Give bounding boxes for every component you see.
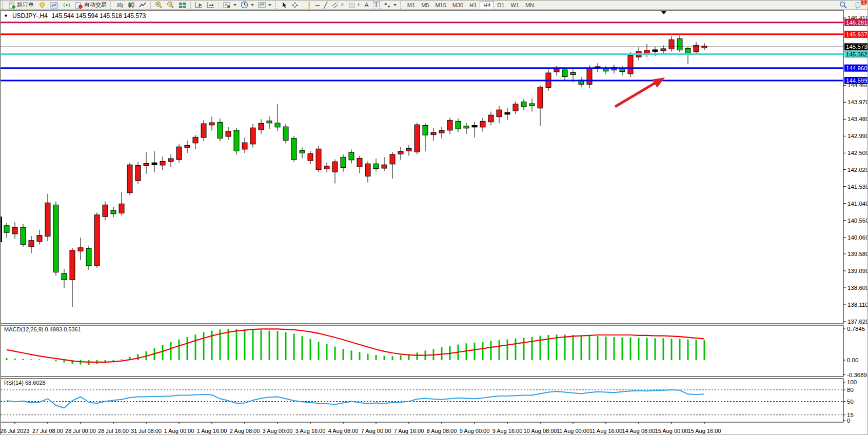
svg-text:11 Aug 00:00: 11 Aug 00:00 [557, 428, 589, 434]
svg-text:100: 100 [847, 379, 857, 385]
notifications-button[interactable]: 1 [852, 1, 864, 9]
zoom-in-button[interactable] [153, 1, 165, 9]
chart-canvas[interactable]: 146.410144.460143.970143.480142.990142.5… [1, 10, 868, 435]
search-button[interactable] [837, 1, 849, 9]
chevron-down-icon [251, 4, 254, 6]
new-order-label: 新订单 [17, 1, 34, 9]
timeframe-button-m5[interactable]: M5 [418, 1, 432, 9]
bar-chart-icon [116, 2, 124, 9]
timeframe-toolbar: M1M5M15M30H1H4D1W1MN [404, 1, 537, 9]
svg-text:140.550: 140.550 [847, 218, 868, 224]
svg-text:2 Aug 08:00: 2 Aug 08:00 [230, 428, 260, 434]
signals-button[interactable] [61, 1, 73, 9]
channel-button[interactable]: E [329, 1, 346, 9]
indicators-button[interactable] [221, 1, 239, 9]
chart-shift-button[interactable] [205, 1, 216, 9]
zoom-out-icon [167, 1, 174, 9]
svg-text:15 Aug 16:00: 15 Aug 16:00 [688, 428, 721, 434]
candlestick-icon [128, 2, 135, 9]
auto-scroll-icon [195, 2, 203, 9]
svg-text:26 Jul 2023: 26 Jul 2023 [1, 428, 29, 434]
svg-text:139.580: 139.580 [847, 251, 868, 257]
toolbar-grip[interactable] [400, 2, 403, 9]
notification-badge: 1 [861, 0, 867, 5]
svg-text:145.573: 145.573 [846, 44, 867, 50]
timeframe-button-d1[interactable]: D1 [494, 1, 507, 9]
candlestick-button[interactable] [126, 1, 137, 9]
timeframe-button-w1[interactable]: W1 [507, 1, 522, 9]
trendline-button[interactable]: ╱ [322, 1, 329, 9]
text-label-button[interactable]: T [371, 1, 382, 9]
timeframe-button-h1[interactable]: H1 [466, 1, 480, 9]
svg-text:144.599: 144.599 [846, 77, 867, 84]
svg-text:50: 50 [847, 399, 854, 405]
zoom-out-button[interactable] [165, 1, 176, 9]
fibonacci-icon [348, 2, 357, 9]
search-icon [839, 1, 847, 9]
bar-chart-button[interactable] [114, 1, 126, 9]
horizontal-line-icon: ─ [315, 2, 320, 9]
timeframe-button-m1[interactable]: M1 [404, 1, 418, 9]
svg-text:145.937: 145.937 [846, 31, 867, 37]
main-toolbar: 新订单 自动交易 [1, 1, 868, 10]
arrows-button[interactable] [382, 1, 399, 9]
horizontal-line-button[interactable]: ─ [313, 1, 322, 9]
chart-shift-icon [207, 2, 214, 9]
cursor-icon [281, 2, 287, 9]
timeframe-button-m30[interactable]: M30 [449, 1, 466, 9]
crosshair-button[interactable] [289, 1, 301, 9]
profile-button[interactable] [48, 1, 61, 9]
fibonacci-button[interactable]: F [346, 1, 363, 9]
timeframe-button-h4[interactable]: H4 [480, 1, 494, 9]
chevron-down-icon [268, 4, 271, 6]
svg-text:145.362: 145.362 [846, 51, 867, 57]
svg-text:8 Aug 08:00: 8 Aug 08:00 [427, 428, 457, 434]
cursor-button[interactable] [279, 1, 289, 9]
line-chart-icon [139, 2, 146, 9]
autotrading-button[interactable]: 自动交易 [73, 1, 109, 9]
svg-text:31 Jul 08:00: 31 Jul 08:00 [131, 428, 162, 434]
market-button[interactable] [36, 1, 48, 9]
tile-windows-icon [179, 2, 186, 9]
text-icon: A [364, 2, 368, 9]
signals-icon [63, 2, 71, 9]
periods-button[interactable] [239, 1, 256, 9]
svg-text:142.020: 142.020 [847, 167, 868, 173]
timeframe-button-m15[interactable]: M15 [432, 1, 449, 9]
ohlc-values: 145.544 145.594 145.518 145.573 [52, 12, 146, 19]
autotrading-label: 自动交易 [84, 1, 107, 9]
svg-text:138.600: 138.600 [847, 285, 868, 291]
svg-text:7 Aug 00:00: 7 Aug 00:00 [361, 428, 391, 434]
svg-text:9 Aug 16:00: 9 Aug 16:00 [492, 428, 523, 434]
toolbar-grip[interactable] [2, 2, 5, 9]
toolbar-grip[interactable] [275, 2, 278, 9]
svg-text:1 Aug 00:00: 1 Aug 00:00 [164, 428, 194, 434]
svg-text:140.060: 140.060 [847, 234, 868, 241]
toolbar-grip[interactable] [110, 2, 113, 9]
svg-text:0: 0 [847, 418, 850, 424]
auto-scroll-button[interactable] [193, 1, 205, 9]
svg-text:139.090: 139.090 [847, 268, 868, 274]
svg-text:143.970: 143.970 [847, 99, 868, 105]
svg-text:11 Aug 16:00: 11 Aug 16:00 [589, 428, 622, 434]
svg-text:0.00: 0.00 [847, 357, 858, 363]
macd-label: MACD(12,26,9) 0.4993 0.5361 [4, 326, 81, 332]
timeframe-button-mn[interactable]: MN [522, 1, 537, 9]
symbol-dropdown-icon[interactable]: ▼ [4, 13, 8, 18]
autotrading-icon [75, 2, 83, 9]
svg-text:15 Aug 00:00: 15 Aug 00:00 [655, 428, 688, 434]
text-button[interactable]: A [362, 1, 370, 9]
vertical-line-button[interactable]: │ [305, 1, 313, 9]
chevron-down-icon [233, 4, 236, 6]
new-order-button[interactable]: 新订单 [6, 1, 36, 9]
mt4-window: 新订单 自动交易 [0, 0, 868, 435]
rsi-label: RSI(14) 68.6028 [4, 380, 46, 386]
templates-button[interactable] [256, 1, 273, 9]
chart-window[interactable]: ▼ USDJPY-,H4 145.544 145.594 145.518 145… [1, 10, 868, 435]
tile-windows-button[interactable] [176, 1, 188, 9]
indicators-icon [223, 2, 231, 9]
market-gem-icon [38, 2, 46, 9]
line-chart-button[interactable] [137, 1, 148, 9]
trendline-icon: ╱ [324, 2, 327, 9]
fibonacci-sub-label: F [358, 2, 361, 9]
